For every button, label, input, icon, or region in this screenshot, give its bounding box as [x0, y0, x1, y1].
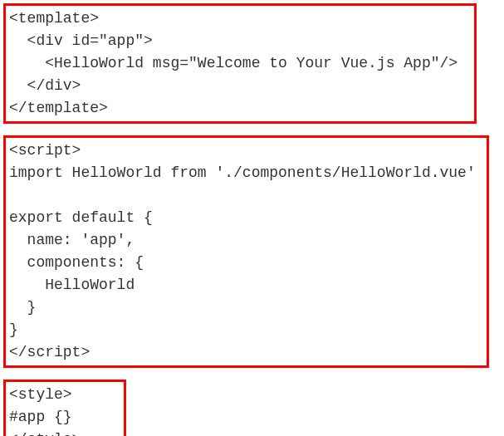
code-block-template: <template> <div id="app"> <HelloWorld ms… — [3, 3, 477, 124]
code-block-script: <script> import HelloWorld from './compo… — [3, 135, 489, 368]
code-block-style: <style> #app {} </style> — [3, 380, 126, 436]
